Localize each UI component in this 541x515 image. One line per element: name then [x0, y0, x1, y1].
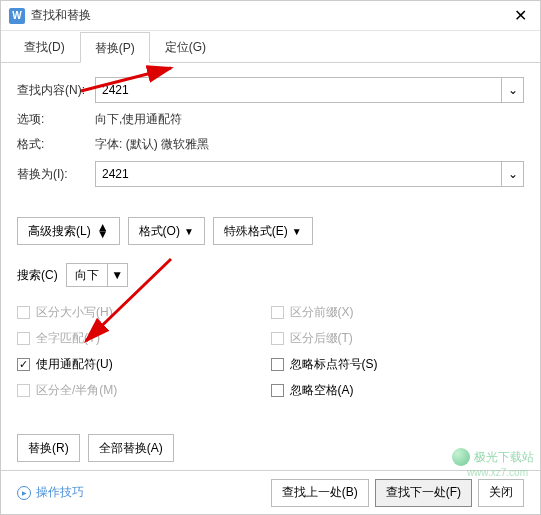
tab-goto[interactable]: 定位(G) — [150, 31, 221, 62]
checkbox-ignore-punct[interactable]: 忽略标点符号(S) — [271, 351, 525, 377]
checkbox-suffix-label: 区分后缀(T) — [290, 330, 353, 347]
advanced-search-button[interactable]: 高级搜索(L) ▲▼ — [17, 217, 120, 245]
chevron-down-icon: ▼ — [292, 226, 302, 237]
find-next-button[interactable]: 查找下一处(F) — [375, 479, 472, 507]
advanced-search-label: 高级搜索(L) — [28, 223, 91, 240]
search-direction-select[interactable]: 向下 ▼ — [66, 263, 128, 287]
search-label: 搜索(C) — [17, 267, 58, 284]
watermark-icon — [452, 448, 470, 466]
options-value: 向下,使用通配符 — [95, 111, 182, 128]
play-icon — [17, 486, 31, 500]
format-button-label: 格式(O) — [139, 223, 180, 240]
checkbox-ignore-punct-label: 忽略标点符号(S) — [290, 356, 378, 373]
special-format-label: 特殊格式(E) — [224, 223, 288, 240]
checkbox-ignore-space-label: 忽略空格(A) — [290, 382, 354, 399]
tips-label: 操作技巧 — [36, 484, 84, 501]
options-label: 选项: — [17, 111, 95, 128]
format-value: 字体: (默认) 微软雅黑 — [95, 136, 209, 153]
checkbox-width-label: 区分全/半角(M) — [36, 382, 117, 399]
replace-with-label: 替换为(I): — [17, 166, 95, 183]
watermark-text: 极光下载站 — [474, 449, 534, 466]
checkbox-suffix: 区分后缀(T) — [271, 325, 525, 351]
replace-button[interactable]: 替换(R) — [17, 434, 80, 462]
window-title: 查找和替换 — [31, 7, 508, 24]
checkbox-prefix-label: 区分前缀(X) — [290, 304, 354, 321]
checkbox-whole-word: 全字匹配(Y) — [17, 325, 271, 351]
checkbox-wildcard[interactable]: 使用通配符(U) — [17, 351, 271, 377]
checkbox-case-label: 区分大小写(H) — [36, 304, 113, 321]
checkbox-ignore-space[interactable]: 忽略空格(A) — [271, 377, 525, 403]
tips-link[interactable]: 操作技巧 — [17, 484, 84, 501]
replace-all-button[interactable]: 全部替换(A) — [88, 434, 174, 462]
tab-replace[interactable]: 替换(P) — [80, 32, 150, 63]
watermark-url: www.xz7.com — [467, 467, 528, 478]
format-label: 格式: — [17, 136, 95, 153]
app-icon: W — [9, 8, 25, 24]
checkbox-prefix: 区分前缀(X) — [271, 299, 525, 325]
watermark: 极光下载站 — [452, 448, 534, 466]
find-content-dropdown[interactable]: ⌄ — [502, 77, 524, 103]
replace-button-label: 替换(R) — [28, 440, 69, 457]
find-prev-button[interactable]: 查找上一处(B) — [271, 479, 369, 507]
replace-with-dropdown[interactable]: ⌄ — [502, 161, 524, 187]
checkbox-whole-word-label: 全字匹配(Y) — [36, 330, 100, 347]
chevron-down-icon: ▼ — [184, 226, 194, 237]
format-button[interactable]: 格式(O) ▼ — [128, 217, 205, 245]
replace-with-input[interactable] — [95, 161, 502, 187]
checkbox-case: 区分大小写(H) — [17, 299, 271, 325]
find-prev-label: 查找上一处(B) — [282, 484, 358, 501]
find-content-label: 查找内容(N): — [17, 82, 95, 99]
chevron-down-icon: ▼ — [107, 264, 127, 286]
checkbox-width: 区分全/半角(M) — [17, 377, 271, 403]
search-direction-value: 向下 — [67, 264, 107, 286]
close-button[interactable]: 关闭 — [478, 479, 524, 507]
close-icon[interactable]: ✕ — [508, 4, 532, 28]
sort-icon: ▲▼ — [97, 224, 109, 238]
find-next-label: 查找下一处(F) — [386, 484, 461, 501]
find-content-input[interactable] — [95, 77, 502, 103]
checkbox-wildcard-label: 使用通配符(U) — [36, 356, 113, 373]
replace-all-button-label: 全部替换(A) — [99, 440, 163, 457]
close-button-label: 关闭 — [489, 484, 513, 501]
special-format-button[interactable]: 特殊格式(E) ▼ — [213, 217, 313, 245]
tab-find[interactable]: 查找(D) — [9, 31, 80, 62]
